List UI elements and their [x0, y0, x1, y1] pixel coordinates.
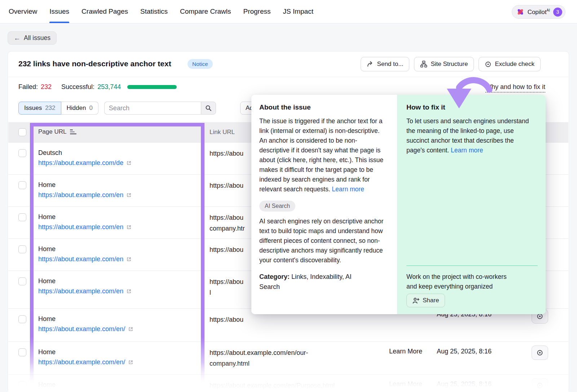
issues-filter-tab[interactable]: Issues 232 — [18, 102, 61, 115]
tab-statistics[interactable]: Statistics — [140, 0, 168, 23]
exclude-check-button[interactable]: Exclude check — [479, 57, 541, 71]
hidden-count: 0 — [89, 104, 92, 112]
learn-more-link[interactable]: Learn More — [389, 348, 422, 355]
external-link-icon — [126, 289, 132, 294]
fix-learn-more-link[interactable]: Learn more — [451, 147, 483, 154]
tab-overview[interactable]: Overview — [9, 0, 37, 23]
all-issues-label: All issues — [24, 34, 50, 42]
search-input[interactable] — [104, 102, 201, 115]
about-learn-more-link[interactable]: Learn more — [332, 186, 364, 193]
copilot-label: CopilotAI — [528, 8, 550, 16]
copilot-button[interactable]: CopilotAI 3 — [512, 5, 565, 19]
hide-row-eye-button[interactable] — [532, 346, 548, 360]
page-url-cell: Home https://about.example.com/en — [38, 180, 132, 200]
top-nav: Overview Issues Crawled Pages Statistics… — [0, 0, 577, 23]
page-title: Home — [38, 180, 132, 190]
failed-label: Failed: — [18, 83, 38, 91]
page-title: Home — [38, 347, 133, 357]
about-the-issue-panel: About the issue The issue is triggered i… — [251, 95, 397, 314]
page-title: Home — [38, 244, 132, 254]
link-url-cell: https://about.example.com/en/our-company… — [210, 347, 340, 369]
about-description: The issue is triggered if the anchor tex… — [259, 116, 387, 194]
row-checkbox[interactable] — [18, 381, 26, 389]
page-url-cell: Home https://about.example.com/en — [38, 212, 132, 232]
table-row: Home https://about.example.com/en/ https… — [8, 342, 568, 374]
select-all-checkbox[interactable] — [18, 128, 26, 136]
row-checkbox[interactable] — [18, 315, 26, 323]
page-url-column-highlight — [30, 123, 204, 126]
column-header-link-url[interactable]: Link URL — [210, 129, 235, 136]
issue-info-overlay: About the issue The issue is triggered i… — [251, 95, 546, 314]
stats-row: Failed: 232 Successful: 253,744 — [18, 83, 177, 91]
fix-description: To let users and search engines understa… — [406, 116, 529, 155]
page-title: Deutsch — [38, 148, 132, 157]
page-title: Home — [38, 276, 132, 286]
page-url-link[interactable]: https://about.example.com/en — [38, 254, 123, 264]
external-link-icon — [128, 326, 133, 332]
share-button[interactable]: Share — [406, 294, 445, 307]
tab-progress[interactable]: Progress — [243, 0, 270, 23]
tab-issues[interactable]: Issues — [49, 0, 69, 23]
row-checkbox[interactable] — [18, 245, 26, 253]
row-checkbox[interactable] — [18, 149, 26, 157]
progress-bar — [127, 85, 177, 89]
external-link-icon — [126, 224, 132, 230]
nav-tabs: Overview Issues Crawled Pages Statistics… — [0, 0, 326, 23]
search-group — [104, 102, 216, 115]
eye-icon — [536, 382, 543, 389]
send-to-icon — [367, 61, 374, 68]
tab-compare-crawls[interactable]: Compare Crawls — [180, 0, 231, 23]
category-line: Category: Links, Indexability, AI Search — [259, 272, 367, 292]
ai-search-description: AI search engines rely on descriptive an… — [259, 217, 387, 265]
page-url-link[interactable]: https://about.example.com/en — [38, 222, 123, 232]
site-structure-button[interactable]: Site Structure — [414, 57, 474, 71]
site-structure-icon — [420, 61, 427, 68]
row-checkbox[interactable] — [18, 181, 26, 189]
failed-value: 232 — [41, 83, 52, 91]
why-how-to-fix-link[interactable]: Why and how to fix it — [485, 83, 545, 93]
filters-row: Issues 232 Hidden 0 — [18, 102, 216, 115]
header-divider — [8, 77, 568, 77]
page-url-cell: Deutsch https://about.example.com/de — [38, 148, 132, 168]
successful-value: 253,744 — [97, 83, 121, 91]
page-url-link[interactable]: https://about.example.com/en — [38, 190, 123, 200]
link-url-cell: https://about.example.com/en/Purpose.htm… — [210, 380, 340, 391]
learn-more-link[interactable]: Learn More — [389, 380, 422, 388]
tab-js-impact[interactable]: JS Impact — [283, 0, 313, 23]
page-title: Home — [38, 380, 133, 389]
hidden-filter-tab[interactable]: Hidden 0 — [61, 102, 98, 115]
external-link-icon — [128, 360, 133, 365]
page-url-link[interactable]: https://about.example.com/en/ — [38, 389, 125, 392]
fix-panel-divider — [406, 266, 538, 266]
page-url-link[interactable]: https://about.example.com/en — [38, 286, 123, 297]
page-url-link[interactable]: https://about.example.com/en/ — [38, 324, 125, 334]
eye-icon — [536, 349, 543, 356]
row-checkbox[interactable] — [18, 213, 26, 221]
notice-badge: Notice — [188, 59, 213, 69]
page-url-link[interactable]: https://about.example.com/en/ — [38, 357, 125, 368]
page-url-cell: Home https://about.example.com/en/ — [38, 347, 133, 368]
page-url-column-highlight — [30, 123, 34, 384]
external-link-icon — [126, 192, 132, 198]
link-url-cell: https://abou — [210, 314, 340, 325]
copilot-count-badge: 3 — [553, 8, 562, 17]
page-url-link[interactable]: https://about.example.com/de — [38, 157, 123, 168]
issues-count: 232 — [45, 104, 55, 112]
how-to-fix-panel: How to fix it To let users and search en… — [397, 95, 546, 314]
eye-icon — [485, 61, 492, 68]
tab-crawled-pages[interactable]: Crawled Pages — [82, 0, 128, 23]
page-title: Home — [38, 212, 132, 222]
external-link-icon — [126, 257, 132, 262]
row-checkbox[interactable] — [18, 277, 26, 285]
column-header-page-url[interactable]: Page URL — [38, 128, 76, 135]
page-url-cell: Home https://about.example.com/en/ — [38, 314, 133, 334]
search-button[interactable] — [201, 102, 216, 115]
hide-row-eye-button[interactable] — [532, 378, 548, 392]
issue-title: 232 links have non-descriptive anchor te… — [18, 59, 171, 68]
copilot-logo-icon — [516, 8, 524, 16]
row-checkbox[interactable] — [18, 348, 26, 356]
table-row: Home https://about.example.com/en/ https… — [8, 374, 568, 392]
all-issues-back-button[interactable]: ← All issues — [8, 31, 57, 45]
send-to-button[interactable]: Send to... — [361, 57, 410, 71]
share-promo-text: Work on the project with co-workers and … — [406, 272, 518, 291]
